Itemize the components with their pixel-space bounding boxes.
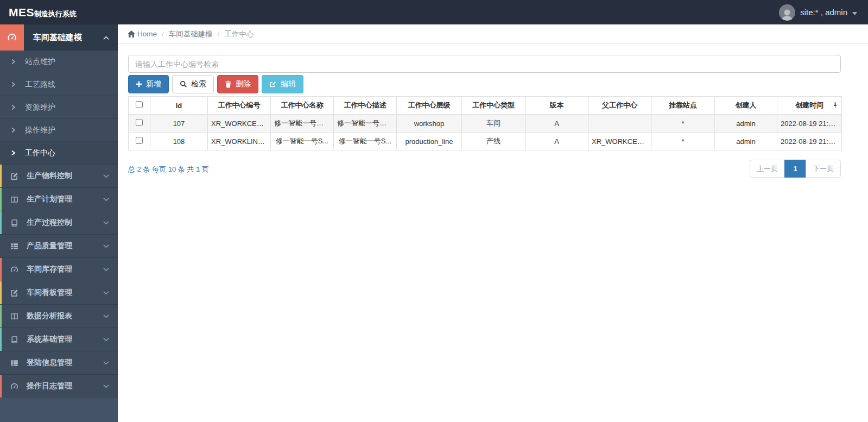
chevron-down-icon	[103, 361, 109, 365]
sidebar-group-operation-log[interactable]: 操作日志管理	[0, 375, 118, 398]
chevron-down-icon	[103, 197, 109, 201]
breadcrumb-workshop-modeling[interactable]: 车间基础建模	[169, 29, 213, 39]
select-all-checkbox[interactable]	[136, 101, 143, 108]
breadcrumb: Home / 车间基础建模 / 工作中心	[118, 24, 868, 44]
column-header-parent: 父工作中心	[588, 97, 651, 115]
user-menu[interactable]: site:* , admin	[779, 4, 868, 21]
sidebar-group-inventory-management[interactable]: 车间库存管理	[0, 258, 118, 281]
gauge-icon	[0, 24, 24, 51]
sidebar-group-system-management[interactable]: 系统基础管理	[0, 328, 118, 351]
chevron-right-icon	[11, 150, 16, 156]
chevron-down-icon	[103, 221, 109, 225]
cell-level: workshop	[397, 115, 462, 133]
accent-strip	[0, 375, 2, 398]
sidebar-nav: 车间基础建模 站点维护 工艺路线 资源维护 操作维护 工作中心 生产物料控制 生…	[0, 24, 118, 422]
accent-strip	[0, 351, 2, 374]
avatar[interactable]	[779, 4, 795, 21]
sidebar-group-workshop-modeling[interactable]: 车间基础建模	[0, 24, 118, 51]
sidebar-group-label: 系统基础管理	[27, 335, 72, 344]
table-row[interactable]: 107 XR_WORKCEN... 修一智能一号车间 修一智能一号车间 work…	[129, 115, 842, 133]
page-1-button[interactable]: 1	[784, 160, 806, 178]
sidebar-filler	[0, 397, 118, 422]
sidebar-item-resource-maintenance[interactable]: 资源维护	[0, 96, 118, 119]
trash-icon	[225, 80, 232, 88]
main-content: Home / 车间基础建模 / 工作中心 新增 检索 删除 编辑	[118, 24, 868, 422]
pagination-summary[interactable]: 总 2 条 每页 10 条 共 1 页	[128, 160, 209, 174]
sidebar-group-label: 生产计划管理	[27, 194, 72, 204]
top-navbar: MES制造执行系统 site:* , admin	[0, 0, 868, 24]
row-checkbox[interactable]	[136, 137, 143, 144]
th-list-icon	[10, 242, 19, 251]
gauge-icon	[10, 265, 19, 274]
sidebar-item-station-maintenance[interactable]: 站点维护	[0, 51, 118, 73]
cell-station: *	[651, 115, 715, 133]
row-checkbox[interactable]	[136, 119, 143, 126]
chevron-right-icon	[11, 104, 16, 110]
cell-version: A	[525, 133, 588, 150]
cell-type: 产线	[462, 133, 525, 150]
sidebar-item-label: 资源维护	[25, 103, 55, 112]
delete-button-label: 删除	[236, 79, 251, 89]
sidebar-group-material-control[interactable]: 生产物料控制	[0, 165, 118, 188]
sidebar-group-plan-management[interactable]: 生产计划管理	[0, 188, 118, 211]
search-button[interactable]: 检索	[172, 75, 214, 93]
accent-strip	[0, 235, 2, 257]
breadcrumb-current: 工作中心	[225, 29, 254, 39]
chevron-down-icon	[103, 244, 109, 248]
sidebar-group-label: 生产物料控制	[27, 171, 72, 181]
next-page-button[interactable]: 下一页	[806, 160, 841, 178]
sidebar-group-data-analysis[interactable]: 数据分析报表	[0, 305, 118, 328]
chevron-right-icon	[11, 59, 16, 65]
pin-icon[interactable]	[833, 102, 838, 109]
edit-button[interactable]: 编辑	[262, 75, 303, 93]
sidebar-item-process-route[interactable]: 工艺路线	[0, 73, 118, 96]
delete-button[interactable]: 删除	[217, 75, 258, 93]
sidebar-item-label: 工作中心	[25, 148, 55, 158]
sidebar-group-quality-management[interactable]: 产品质量管理	[0, 235, 118, 258]
logo-mes: MES	[9, 6, 34, 19]
table-row[interactable]: 108 XR_WORKLINE... 修一智能一号S... 修一智能一号S...…	[129, 133, 842, 150]
column-header-name: 工作中心名称	[271, 97, 334, 115]
column-header-created: 创建时间	[777, 97, 842, 115]
cell-created: 2022-08-19 21:1...	[777, 133, 842, 150]
breadcrumb-home[interactable]: Home	[137, 30, 157, 38]
breadcrumb-separator: /	[162, 30, 164, 38]
search-input[interactable]	[128, 55, 841, 73]
logo-subtitle: 制造执行系统	[34, 9, 77, 19]
app-logo: MES制造执行系统	[0, 6, 77, 19]
cell-type: 车间	[462, 115, 525, 133]
pencil-square-icon	[10, 288, 19, 298]
prev-page-button[interactable]: 上一页	[750, 160, 785, 178]
chevron-down-icon	[103, 267, 109, 272]
sidebar-group-kanban-management[interactable]: 车间看板管理	[0, 281, 118, 305]
sidebar-group-label: 生产过程控制	[27, 218, 72, 228]
sidebar-item-work-center[interactable]: 工作中心	[0, 142, 118, 165]
breadcrumb-separator: /	[218, 30, 220, 38]
sidebar-item-label: 工艺路线	[25, 80, 55, 90]
sidebar-group-process-control[interactable]: 生产过程控制	[0, 211, 118, 235]
pagination: 上一页 1 下一页	[750, 160, 841, 178]
plus-icon	[136, 81, 142, 87]
cell-level: production_line	[397, 133, 462, 150]
add-button[interactable]: 新增	[128, 75, 169, 93]
th-list-icon	[10, 358, 19, 368]
work-center-table: id 工作中心编号 工作中心名称 工作中心描述 工作中心层级 工作中心类型 版本…	[128, 96, 841, 150]
cell-creator: admin	[715, 133, 777, 150]
sidebar-group-login-info[interactable]: 登陆信息管理	[0, 351, 118, 375]
page-body: 新增 检索 删除 编辑	[118, 44, 868, 178]
sidebar-group-label: 登陆信息管理	[27, 358, 72, 368]
book-icon	[10, 335, 19, 344]
chevron-right-icon	[11, 127, 16, 133]
sidebar-item-operation-maintenance[interactable]: 操作维护	[0, 119, 118, 142]
chevron-up-icon	[103, 33, 109, 42]
cell-version: A	[525, 115, 588, 133]
pencil-square-icon	[10, 172, 19, 181]
cell-created: 2022-08-19 21:1...	[777, 115, 842, 133]
column-header-station: 挂靠站点	[651, 97, 715, 115]
chevron-down-icon	[103, 174, 109, 178]
column-header-type: 工作中心类型	[462, 97, 525, 115]
cell-id: 108	[150, 133, 208, 150]
sidebar-group-label: 车间看板管理	[27, 288, 72, 298]
accent-strip	[0, 258, 2, 281]
cell-code: XR_WORKLINE...	[208, 133, 271, 150]
